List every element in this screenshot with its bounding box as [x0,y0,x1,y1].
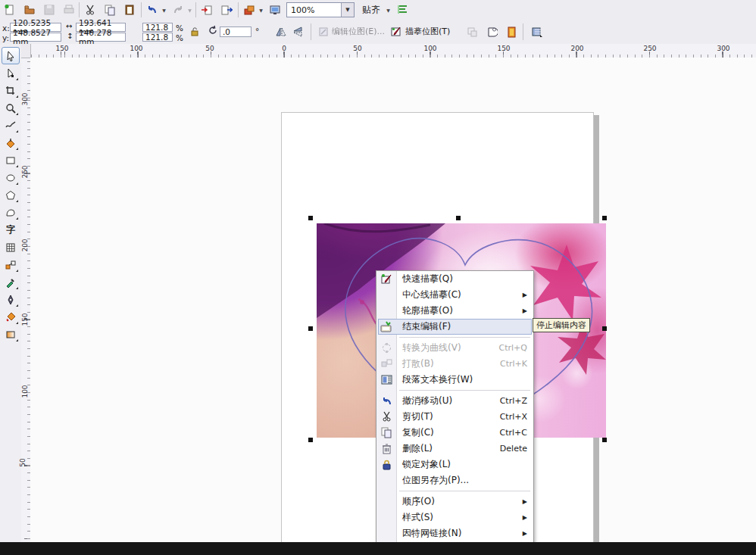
object-height-field[interactable]: 146.278 mm [76,33,126,42]
interactive-fill-tool[interactable] [2,326,20,343]
submenu-arrow-icon: ▶ [523,307,527,314]
undo-dropdown-arrow[interactable]: ▼ [161,8,167,13]
pick-tool[interactable] [2,47,20,64]
menu-item-styles[interactable]: 样式(S)▶ [376,510,533,525]
toolbar-separator [238,2,239,17]
import-icon[interactable] [198,2,215,18]
menu-item-paragraph-text-wrap[interactable]: 段落文本换行(W) [376,372,533,388]
toolbar-separator [311,23,311,40]
menu-item-centerline-trace[interactable]: 中心线描摹(C)▶ [376,287,533,303]
quick-trace-icon [380,273,392,285]
resample-bitmap-icon [464,23,480,40]
ruler-label: 300 [717,45,729,52]
cut-icon[interactable] [82,2,98,18]
selection-handle[interactable] [308,216,313,220]
copy-icon[interactable] [102,2,118,18]
eyedropper-tool[interactable] [2,273,20,291]
ruler-label: 250 [21,165,29,178]
application-launcher-dropdown-arrow[interactable]: ▼ [258,8,264,13]
selection-handle[interactable] [308,326,313,331]
ruler-label: 100 [423,45,436,52]
export-icon[interactable] [218,2,235,18]
zoom-combobox-arrow[interactable]: ▼ [341,3,354,17]
paste-icon[interactable] [121,2,138,18]
app-window: ▼ ▼ ▼ 100% ▼ 贴齐 ▼ x: 120.5235 mm [0,0,756,555]
menu-item-save-bitmap-as[interactable]: 位图另存为(P)... [376,472,533,488]
scale-vertical-field[interactable]: 121.8 [142,33,173,42]
menu-item-outline-trace[interactable]: 轮廓描摹(O)▶ [376,303,533,319]
submenu-arrow-icon: ▶ [523,530,527,537]
selection-handle[interactable] [456,216,461,220]
toolbar-separator [79,2,80,17]
bottom-bar [0,542,756,555]
alignment-guides-icon[interactable] [394,2,411,18]
ruler-label: 50 [205,45,214,52]
ruler-label: 150 [21,313,29,326]
zoom-tool[interactable] [2,99,20,117]
bitmap-color-mask-icon[interactable] [503,23,520,40]
menu-item-lock-object[interactable]: 锁定对象(L) [376,457,533,472]
scale-horizontal-field[interactable]: 121.8 [142,23,173,32]
trace-bitmap-button[interactable]: 描摹位图(T) [391,26,450,37]
rotation-angle-field[interactable]: .0 [220,27,251,37]
crop-tool[interactable] [2,82,20,99]
application-launcher-icon[interactable] [241,2,258,18]
selection-handle[interactable] [602,326,607,331]
basic-shapes-tool[interactable] [2,204,20,221]
rectangle-tool[interactable] [2,151,20,169]
lock-ratio-icon[interactable] [189,27,200,39]
polygon-tool[interactable] [2,186,20,204]
shape-tool[interactable] [2,64,20,82]
mirror-horizontal-icon[interactable] [273,23,289,40]
bitmap-properties-icon[interactable] [529,23,545,40]
outline-pen-tool[interactable] [2,291,20,308]
freehand-tool[interactable] [2,117,20,134]
mirror-vertical-icon[interactable] [289,23,306,40]
break-apart-icon [380,358,392,370]
toolbar-separator [195,2,196,17]
text-tool[interactable]: 字 [2,221,20,239]
selection-handle[interactable] [602,438,607,442]
ruler-label: 0 [282,45,286,52]
selection-handle[interactable] [308,438,313,442]
submenu-arrow-icon: ▶ [523,514,527,521]
toolbar-separator [141,2,142,17]
blend-tool[interactable] [2,256,20,273]
menu-item-undo-move[interactable]: 撤消移动(U)Ctrl+Z [376,393,533,409]
convert-to-curves-icon [380,342,392,354]
ruler-label: 100 [130,45,142,52]
y-position-field[interactable]: 148.8527 mm [10,33,61,42]
ellipse-tool[interactable] [2,169,20,186]
menu-item-quick-trace[interactable]: 快速描摹(Q) [376,271,533,287]
menu-item-copy[interactable]: 复制(C)Ctrl+C [376,425,533,441]
menu-item-delete[interactable]: 删除(L)Delete [376,441,533,457]
snap-to-button[interactable]: 贴齐 [362,4,380,17]
zoom-level-combobox[interactable]: 100% ▼ [286,2,355,17]
trace-bitmap-icon [391,26,402,37]
new-document-button[interactable] [2,2,18,18]
full-screen-preview-icon[interactable] [267,2,283,18]
open-icon[interactable] [21,2,38,18]
snap-dropdown-arrow[interactable]: ▼ [385,8,392,13]
fill-tool[interactable] [2,308,20,326]
ruler-label: 250 [643,45,656,52]
selection-handle[interactable] [602,216,607,220]
table-tool[interactable] [2,239,20,256]
smart-fill-tool[interactable] [2,134,20,151]
undo-icon[interactable] [144,2,161,18]
menu-item-convert-to-curves: 转换为曲线(V)Ctrl+Q [376,340,533,356]
ruler-label: 50 [19,458,27,466]
bitmap-boundary-icon[interactable] [483,23,500,40]
menu-item-internet-links[interactable]: 因特网链接(N)▶ [376,525,533,541]
redo-icon [170,2,186,18]
menu-item-order[interactable]: 顺序(O)▶ [376,494,533,510]
ruler-label: 200 [21,239,29,251]
ruler-label: 150 [55,45,68,52]
save-icon [41,2,58,18]
delete-icon [380,443,392,455]
ruler-origin[interactable] [21,44,31,58]
menu-item-finish-editing[interactable]: 结束编辑(F) [376,319,533,335]
horizontal-ruler[interactable]: 150 100 50 0 50 100 150 200 250 300 [21,44,756,58]
menu-item-cut[interactable]: 剪切(T)Ctrl+X [376,409,533,425]
zoom-level-value: 100% [287,5,314,15]
